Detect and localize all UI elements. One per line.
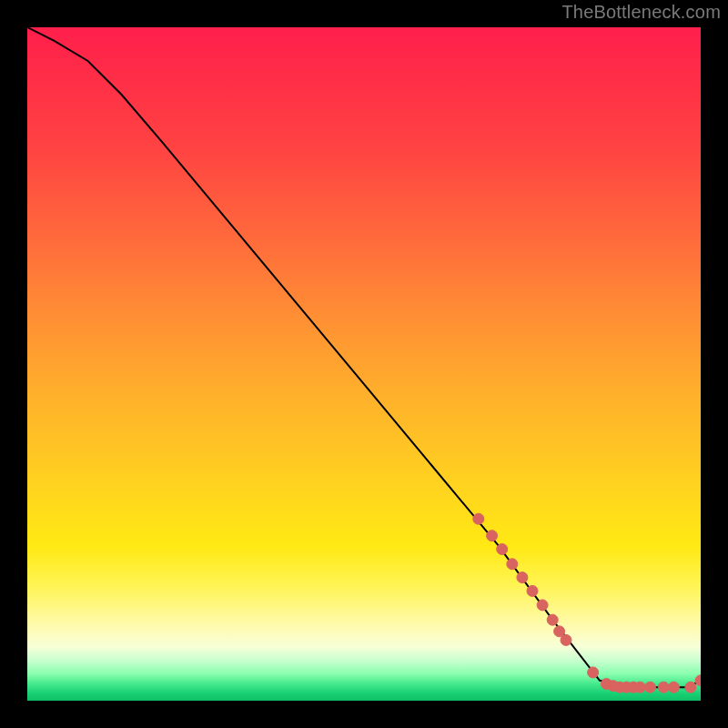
data-marker [473, 513, 484, 524]
data-marker [645, 682, 656, 693]
data-marker [561, 634, 571, 645]
chart-svg [27, 27, 701, 701]
data-marker [507, 559, 518, 570]
data-marker [517, 572, 528, 583]
data-marker [537, 600, 548, 611]
data-marker [527, 585, 538, 596]
data-marker [547, 614, 558, 625]
data-marker [685, 682, 696, 693]
data-marker [695, 675, 701, 686]
bottleneck-curve [27, 27, 701, 687]
data-marker [668, 682, 679, 693]
chart-canvas: TheBottleneck.com [0, 0, 728, 728]
marker-group [473, 513, 701, 693]
plot-area [27, 27, 701, 701]
data-marker [658, 682, 669, 693]
data-marker [588, 667, 599, 678]
data-marker [497, 544, 508, 555]
watermark-text: TheBottleneck.com [561, 2, 721, 23]
data-marker [487, 531, 498, 541]
data-marker [634, 682, 645, 693]
